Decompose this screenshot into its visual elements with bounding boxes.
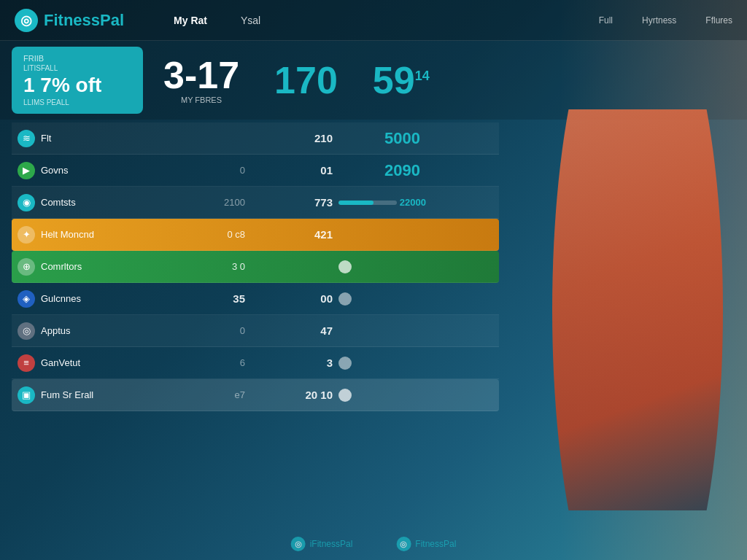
row-val-1: e7 — [178, 389, 251, 400]
progress-fill — [338, 201, 374, 205]
row-val-2: 20 10 — [251, 389, 338, 401]
row-val-1: 6 — [178, 357, 251, 368]
table-row-bottom: ▣ Fum Sr Erall e7 20 10 — [12, 379, 499, 411]
row-name-ganvetut: ≡ GanVetut — [18, 354, 178, 372]
row-icon-helt: ✦ — [18, 226, 35, 244]
row-icon-comrltors: ⊕ — [18, 258, 35, 276]
header-col-full: Full — [599, 15, 613, 26]
row-val-1: 0 c8 — [178, 229, 251, 240]
row-val-3: 5000 — [338, 129, 426, 148]
row-val-1: 3 0 — [178, 261, 251, 272]
row-val-2: 00 — [251, 292, 338, 305]
row-val-1: 2100 — [178, 197, 251, 208]
row-icon-gulcnnes: ◈ — [18, 290, 35, 308]
footer-logo-text-1: iFitnessPal — [310, 539, 353, 549]
hero-stat-1: 3-17 MY FBRES — [149, 47, 254, 114]
footer-logo-icon-2: ◎ — [396, 537, 411, 551]
row-name-comtsts: ◉ Comtsts — [18, 194, 178, 211]
toggle-gulcnnes[interactable] — [338, 292, 352, 306]
hero-card-value: 1 7% oft — [23, 74, 131, 97]
table-row: ◈ Gulcnnes 35 00 — [12, 283, 499, 315]
hero-stat-1-value: 3-17 — [163, 56, 239, 94]
main-nav: My Rat Ysal — [168, 12, 266, 29]
toggle-comrltors[interactable] — [338, 260, 352, 273]
row-name-govns: ▶ Govns — [18, 162, 178, 179]
row-icon-comtsts: ◉ — [18, 194, 35, 211]
logo-icon: ◎ — [15, 9, 38, 32]
row-val-2: 210 — [251, 132, 338, 144]
row-val-1: 35 — [178, 292, 251, 305]
row-val-2: 01 — [251, 164, 338, 176]
hero-stat-3: 5914 — [358, 47, 444, 114]
row-name-fum: ▣ Fum Sr Erall — [18, 386, 178, 404]
hero-card-label: Friib — [23, 54, 131, 63]
footer-logo-text-2: FitnessPal — [415, 539, 456, 549]
hero-card-sub: LLIMS PEALL — [23, 98, 131, 106]
footer-logo-icon-1: ◎ — [291, 537, 306, 551]
app-header: ◎ FitnessPal My Rat Ysal Full Hyrtness F… — [0, 0, 747, 41]
header-stats: Full Hyrtness Fflures — [599, 15, 732, 26]
row-icon-apptus: ◎ — [18, 322, 35, 340]
row-icon-flt: ≋ — [18, 130, 35, 147]
row-name-apptus: ◎ Apptus — [18, 322, 178, 340]
row-progress: 22000 — [338, 197, 426, 208]
row-name-helt: ✦ Helt Moncnd — [18, 226, 178, 244]
row-icon-govns: ▶ — [18, 162, 35, 179]
data-table: ≋ Flt 210 5000 ▶ Govns 0 01 2090 ◉ Comts… — [0, 120, 511, 414]
table-row: ≡ GanVetut 6 3 — [12, 347, 499, 379]
logo-text: FitnessPal — [44, 11, 124, 30]
row-val-2: 421 — [251, 228, 338, 241]
row-val-2: 773 — [251, 196, 338, 209]
table-row: ◎ Apptus 0 47 — [12, 315, 499, 347]
progress-bar — [338, 201, 397, 205]
row-val-1: 0 — [178, 325, 251, 336]
logo: ◎ FitnessPal — [15, 9, 124, 32]
footer-logo-1: ◎ iFitnessPal — [291, 537, 353, 551]
hero-stat-2: 170 — [260, 47, 352, 114]
row-icon-ganvetut: ≡ — [18, 354, 35, 372]
table-row: ◉ Comtsts 2100 773 22000 — [12, 187, 499, 219]
hero-card-friib: Friib LITISFALL 1 7% oft LLIMS PEALL — [12, 47, 143, 114]
nav-my-rat[interactable]: My Rat — [168, 12, 213, 29]
toggle-fum[interactable] — [338, 389, 352, 402]
header-col-fflures: Fflures — [705, 15, 732, 26]
row-name-gulcnnes: ◈ Gulcnnes — [18, 290, 178, 308]
nav-ysal[interactable]: Ysal — [235, 12, 266, 29]
runner-image — [543, 109, 732, 510]
row-name-comrltors: ⊕ Comrltors — [18, 258, 178, 276]
footer-logos: ◎ iFitnessPal ◎ FitnessPal — [291, 537, 457, 551]
row-name-flt: ≋ Flt — [18, 130, 178, 147]
table-row-highlighted: ✦ Helt Moncnd 0 c8 421 — [12, 219, 499, 251]
row-val-2: 47 — [251, 324, 338, 337]
hero-stat-3-value: 5914 — [373, 61, 430, 99]
footer-logo-2: ◎ FitnessPal — [396, 537, 456, 551]
row-val-2: 3 — [251, 357, 338, 369]
row-val-1: 0 — [178, 165, 251, 176]
table-row: ▶ Govns 0 01 2090 — [12, 155, 499, 187]
header-col-hyrtness: Hyrtness — [642, 15, 676, 26]
hero-stat-2-value: 170 — [274, 61, 338, 99]
row-icon-fum: ▣ — [18, 386, 35, 404]
table-row: ≋ Flt 210 5000 — [12, 122, 499, 155]
toggle-ganvetut[interactable] — [338, 357, 352, 370]
table-row-highlighted-green: ⊕ Comrltors 3 0 — [12, 251, 499, 283]
row-val-3: 2090 — [338, 161, 426, 180]
hero-stat-1-label: MY FBRES — [181, 96, 222, 104]
hero-card-sublabel: LITISFALL — [23, 64, 131, 72]
